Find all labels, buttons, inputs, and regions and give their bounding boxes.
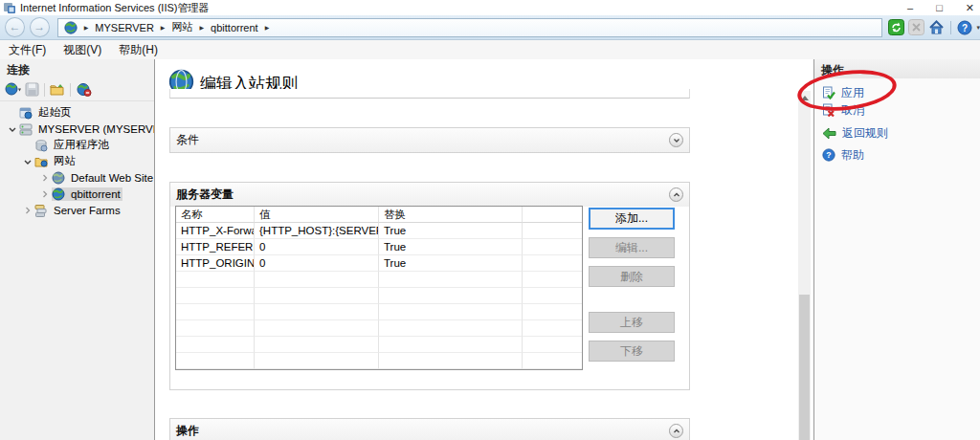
empty-table-row	[176, 304, 582, 320]
server-farms-icon	[34, 204, 49, 217]
conditions-title: 条件	[176, 132, 199, 148]
collapsed-arrow-icon[interactable]	[38, 190, 52, 198]
back-button[interactable]: ←	[5, 17, 25, 37]
sites-folder-icon	[34, 155, 49, 168]
connections-tree: 起始页 MYSERVER (MYSERVER\my 应用程序池 网站	[0, 101, 154, 218]
back-to-rules-action[interactable]: 返回规则	[814, 125, 980, 141]
breadcrumb[interactable]: ▶ MYSERVER ▶ 网站 ▶ qbittorrent ▶	[57, 18, 883, 37]
divider	[70, 83, 71, 97]
move-up-button: 上移	[589, 312, 675, 333]
apply-icon	[822, 86, 835, 99]
menu-help[interactable]: 帮助(H)	[110, 40, 167, 59]
breadcrumb-separator-icon: ▶	[84, 24, 89, 31]
save-icon	[25, 82, 39, 97]
tree-item-start-page[interactable]: 起始页	[0, 104, 154, 121]
scroll-up-arrow[interactable]	[798, 91, 811, 104]
window-title: Internet Information Services (IIS)管理器	[20, 1, 209, 15]
breadcrumb-item-qbittorrent[interactable]: qbittorrent	[211, 22, 258, 33]
table-row[interactable]: HTTP_ORIGIN 0 True	[176, 255, 582, 272]
table-row[interactable]: HTTP_REFERER 0 True	[176, 239, 582, 255]
section-action: 操作	[169, 418, 690, 440]
section-conditions: 条件	[169, 127, 690, 153]
address-bar: ← → ▶ MYSERVER ▶ 网站 ▶ qbittorrent ▶ ? ▾	[0, 15, 980, 40]
breadcrumb-separator-icon: ▶	[161, 24, 166, 31]
breadcrumb-separator-icon: ▶	[265, 24, 270, 31]
tree-item-default-web-site[interactable]: Default Web Site	[0, 169, 154, 186]
tree-item-app-pools[interactable]: 应用程序池	[0, 137, 154, 153]
tree-item-server-farms[interactable]: Server Farms	[0, 202, 154, 218]
apply-action[interactable]: 应用	[814, 85, 980, 100]
breadcrumb-item-server[interactable]: MYSERVER	[95, 22, 154, 33]
expanded-arrow-icon[interactable]	[21, 158, 34, 165]
title-bar: Internet Information Services (IIS)管理器 –…	[0, 0, 980, 15]
refresh-icon[interactable]	[888, 19, 904, 35]
main-scrollbar[interactable]	[798, 91, 811, 440]
application-pools-icon	[34, 139, 49, 152]
delete-connection-icon[interactable]	[76, 82, 92, 97]
actions-panel: 操作 应用 取消 返回规则 ? 帮助	[813, 59, 980, 440]
server-variables-table[interactable]: 名称 值 替换 HTTP_X-Forwa... {HTTP_HOST}:{SER…	[175, 206, 583, 370]
up-folder-icon[interactable]	[50, 82, 65, 97]
forward-button[interactable]: →	[30, 17, 50, 37]
server-icon	[19, 122, 33, 136]
create-connection-icon[interactable]	[5, 82, 22, 97]
back-arrow-icon	[822, 127, 836, 140]
chevron-down-icon[interactable]: ▾	[976, 24, 980, 32]
iis-manager-window: Internet Information Services (IIS)管理器 –…	[0, 0, 980, 440]
divider	[950, 21, 951, 34]
server-variables-title: 服务器变量	[176, 187, 234, 203]
minimize-button[interactable]: –	[907, 0, 913, 15]
menu-view[interactable]: 视图(V)	[55, 40, 110, 59]
scrollbar-thumb[interactable]	[799, 295, 810, 440]
tree-item-qbittorrent[interactable]: qbittorrent	[0, 186, 154, 202]
collapse-section-button[interactable]	[669, 424, 683, 438]
column-name[interactable]: 名称	[176, 207, 255, 223]
empty-table-row	[176, 272, 582, 288]
expand-section-button[interactable]	[669, 133, 683, 147]
delete-button: 删除	[589, 266, 675, 287]
edit-button: 编辑...	[589, 237, 675, 258]
cancel-icon	[822, 103, 835, 117]
home-icon[interactable]	[928, 19, 945, 35]
expanded-arrow-icon[interactable]	[6, 125, 19, 133]
add-button[interactable]: 添加...	[589, 208, 675, 230]
globe-icon	[64, 21, 78, 34]
stop-icon-disabled	[908, 19, 924, 35]
table-row[interactable]: HTTP_X-Forwa... {HTTP_HOST}:{SERVER_... …	[176, 223, 582, 239]
divider	[44, 83, 45, 97]
site-globe-icon	[52, 171, 66, 185]
help-icon: ?	[822, 148, 835, 162]
collapse-section-button[interactable]	[669, 187, 683, 202]
site-globe-icon	[52, 187, 66, 201]
empty-table-row	[176, 320, 582, 337]
empty-table-row	[176, 288, 582, 304]
main-content: 编辑入站规则 条件 服务器变量 名称 值	[156, 59, 813, 440]
tree-item-myserver[interactable]: MYSERVER (MYSERVER\my	[0, 121, 154, 137]
maximize-button[interactable]: □	[936, 0, 943, 15]
cancel-action[interactable]: 取消	[814, 102, 980, 118]
empty-table-row	[176, 353, 582, 369]
connections-header: 连接	[0, 59, 154, 78]
collapsed-arrow-icon[interactable]	[38, 174, 52, 182]
collapsed-arrow-icon[interactable]	[21, 207, 34, 214]
menu-bar: 文件(F) 视图(V) 帮助(H)	[0, 40, 980, 59]
connections-panel: 连接 起始页 MYSERVER (MYSERVER\my	[0, 59, 155, 440]
help-action[interactable]: ? 帮助	[814, 147, 980, 163]
menu-file[interactable]: 文件(F)	[0, 40, 55, 59]
tree-item-sites[interactable]: 网站	[0, 153, 154, 169]
move-down-button: 下移	[589, 341, 675, 362]
breadcrumb-separator-icon: ▶	[199, 24, 204, 31]
breadcrumb-item-sites[interactable]: 网站	[171, 20, 192, 34]
svg-text:?: ?	[826, 150, 831, 160]
action-title: 操作	[176, 423, 199, 439]
close-button[interactable]: ✕	[966, 0, 974, 15]
actions-header: 操作	[814, 59, 980, 78]
column-value[interactable]: 值	[255, 207, 379, 223]
column-replace[interactable]: 替换	[379, 207, 523, 223]
help-icon[interactable]: ?	[957, 20, 972, 35]
svg-text:?: ?	[962, 22, 968, 33]
table-header-row: 名称 值 替换	[176, 207, 582, 223]
connections-toolbar	[0, 78, 154, 101]
scrolled-section-edge	[169, 89, 690, 99]
start-page-icon	[19, 106, 33, 120]
